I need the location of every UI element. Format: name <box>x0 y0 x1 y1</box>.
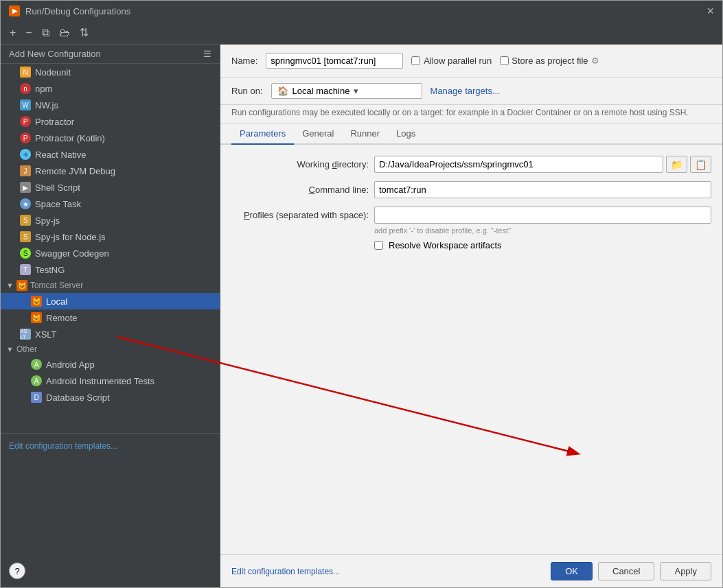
allow-parallel-checkbox[interactable] <box>411 56 420 65</box>
browse-directory-button[interactable]: 📁 <box>666 156 687 173</box>
sidebar-item-label: XSLT <box>35 329 57 340</box>
nodeunit-icon: N <box>20 67 31 78</box>
copy-config-button[interactable]: ⧉ <box>38 25 53 41</box>
apply-button[interactable]: Apply <box>660 562 711 580</box>
nw-icon: W <box>20 99 31 110</box>
run-description: Run configurations may be executed local… <box>220 105 722 124</box>
command-line-input[interactable] <box>374 181 711 198</box>
title-bar: ▶ Run/Debug Configurations × <box>1 1 722 21</box>
help-button[interactable]: ? <box>9 563 25 579</box>
edit-templates-link[interactable]: Edit configuration templates... <box>9 441 117 451</box>
sidebar-item-label: Spy-js for Node.js <box>35 232 106 242</box>
protractor-icon: P <box>20 116 31 127</box>
dialog-title: Run/Debug Configurations <box>25 6 130 16</box>
sidebar-item-remote-jvm[interactable]: J Remote JVM Debug <box>1 163 220 179</box>
resolve-artifacts-row: Resolve Workspace artifacts <box>374 240 711 250</box>
filter-icon[interactable]: ☰ <box>203 49 211 59</box>
sidebar-item-label: Protractor <box>35 117 74 127</box>
allow-parallel-label: Allow parallel run <box>424 56 492 66</box>
working-directory-input[interactable] <box>374 156 663 173</box>
title-left: ▶ Run/Debug Configurations <box>9 5 130 16</box>
edit-templates-footer-link[interactable]: Edit configuration templates... <box>231 567 340 576</box>
sidebar-item-label: React Native <box>35 150 86 160</box>
run-on-dropdown[interactable]: 🏠 Local machine ▾ <box>271 83 422 99</box>
command-line-row: Command line: <box>231 181 711 198</box>
resolve-artifacts-checkbox[interactable] <box>374 241 383 250</box>
manage-targets-link[interactable]: Manage targets... <box>431 86 500 96</box>
sidebar-item-spy-js-node[interactable]: S Spy-js for Node.js <box>1 228 220 245</box>
database-script-icon: D <box>31 392 42 403</box>
sidebar-group-label: Other <box>16 344 37 354</box>
working-directory-label: Working directory: <box>231 159 369 169</box>
sidebar-item-label: Space Task <box>35 199 81 209</box>
sidebar-item-label: Swagger Codegen <box>35 248 109 259</box>
sort-button[interactable]: ⇅ <box>76 24 92 41</box>
resolve-artifacts-label: Resolve Workspace artifacts <box>389 240 502 250</box>
profiles-input[interactable] <box>374 207 711 224</box>
sidebar-item-xslt[interactable]: XS LT XSLT <box>1 326 220 342</box>
folder-button[interactable]: 🗁 <box>56 25 73 41</box>
sidebar-item-label: Nodeunit <box>35 67 71 78</box>
sidebar-item-spy-js[interactable]: S Spy-js <box>1 212 220 228</box>
local-machine-label: Local machine <box>292 86 350 96</box>
remove-config-button[interactable]: − <box>22 25 35 41</box>
ok-button[interactable]: OK <box>551 562 593 580</box>
android-app-icon: A <box>31 359 42 370</box>
right-panel: Name: Allow parallel run Store as projec… <box>220 45 722 587</box>
other-collapse-icon: ▼ <box>6 345 14 353</box>
working-directory-input-group: 📁 📋 <box>374 156 711 173</box>
sidebar-item-shell-script[interactable]: ▶ Shell Script <box>1 179 220 196</box>
tab-content-parameters: Working directory: 📁 📋 Command line: <box>220 145 722 554</box>
sidebar-item-react-native[interactable]: ⚛ React Native <box>1 146 220 163</box>
tab-parameters[interactable]: Parameters <box>231 124 294 145</box>
dialog-icon: ▶ <box>9 5 20 16</box>
toolbar: + − ⧉ 🗁 ⇅ <box>1 21 722 45</box>
space-task-icon: ★ <box>20 198 31 209</box>
add-config-button[interactable]: + <box>6 25 19 41</box>
testng-icon: T <box>20 264 31 275</box>
run-on-label: Run on: <box>231 86 263 96</box>
sidebar: Add New Configuration ☰ N Nodeunit n npm… <box>1 45 220 587</box>
sidebar-item-local[interactable]: 🐱 Local <box>1 293 220 309</box>
swagger-icon: S <box>20 248 31 259</box>
sidebar-item-label: NW.js <box>35 100 58 110</box>
command-line-label: Command line: <box>231 185 369 195</box>
sidebar-item-protractor-kotlin[interactable]: P Protractor (Kotlin) <box>1 130 220 146</box>
sidebar-item-nodeunit[interactable]: N Nodeunit <box>1 64 220 80</box>
sidebar-item-label: Remote <box>46 313 78 323</box>
sidebar-item-label: Android App <box>46 360 95 370</box>
remote-jvm-icon: J <box>20 165 31 176</box>
sidebar-item-testng[interactable]: T TestNG <box>1 261 220 278</box>
sidebar-item-protractor[interactable]: P Protractor <box>1 113 220 130</box>
sidebar-item-remote[interactable]: 🐱 Remote <box>1 309 220 326</box>
tab-general[interactable]: General <box>294 124 342 145</box>
collapse-icon: ▼ <box>6 281 14 290</box>
remote-icon: 🐱 <box>31 312 42 323</box>
close-button[interactable]: × <box>707 5 714 17</box>
run-on-row: Run on: 🏠 Local machine ▾ Manage targets… <box>220 78 722 105</box>
sidebar-item-android-instrumented[interactable]: A Android Instrumented Tests <box>1 373 220 389</box>
sidebar-item-database-script[interactable]: D Database Script <box>1 389 220 405</box>
main-content: Add New Configuration ☰ N Nodeunit n npm… <box>1 45 722 587</box>
sidebar-item-label: Protractor (Kotlin) <box>35 133 105 143</box>
sidebar-item-label: Android Instrumented Tests <box>46 376 154 386</box>
spy-js-icon: S <box>20 215 31 226</box>
sidebar-item-swagger[interactable]: S Swagger Codegen <box>1 245 220 261</box>
home-icon: 🏠 <box>277 86 288 96</box>
cancel-button[interactable]: Cancel <box>598 562 654 580</box>
sidebar-group-tomcat[interactable]: ▼ 🐱 Tomcat Server <box>1 278 220 293</box>
store-gear-icon[interactable]: ⚙ <box>591 56 599 66</box>
sidebar-item-android-app[interactable]: A Android App <box>1 356 220 373</box>
tab-logs[interactable]: Logs <box>388 124 424 145</box>
tomcat-group-icon: 🐱 <box>16 280 27 291</box>
sidebar-item-nwjs[interactable]: W NW.js <box>1 97 220 113</box>
sidebar-item-npm[interactable]: n npm <box>1 80 220 97</box>
sidebar-item-space-task[interactable]: ★ Space Task <box>1 196 220 212</box>
tab-runner[interactable]: Runner <box>342 124 388 145</box>
insert-macro-button[interactable]: 📋 <box>690 156 711 173</box>
store-project-checkbox[interactable] <box>500 56 509 65</box>
sidebar-group-other[interactable]: ▼ Other <box>1 342 220 356</box>
store-project-group: Store as project file ⚙ <box>500 56 599 66</box>
name-input[interactable] <box>266 53 403 69</box>
profiles-row: Profiles (separated with space): <box>231 207 711 224</box>
